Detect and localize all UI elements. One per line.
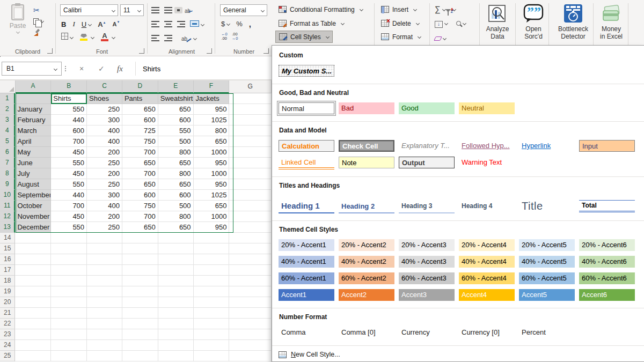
cell-E6[interactable]: 800	[158, 147, 194, 158]
cell-A3[interactable]: February	[15, 115, 51, 125]
cell-F21[interactable]	[194, 308, 230, 319]
decrease-font-button[interactable]: A▼	[112, 21, 120, 27]
paste-button[interactable]: Paste	[5, 4, 30, 44]
cell-style-heading-4[interactable]: Heading 4	[459, 202, 515, 213]
cell-style-comma-0[interactable]: Comma [0]	[339, 327, 394, 338]
decrease-indent-icon[interactable]	[151, 35, 159, 41]
cell-E25[interactable]	[158, 351, 194, 361]
cell-E7[interactable]: 650	[158, 158, 194, 168]
font-color-button[interactable]: A	[101, 33, 108, 41]
cell-style-heading-3[interactable]: Heading 3	[399, 202, 455, 213]
cell-F5[interactable]: 650	[194, 136, 230, 147]
row-header-14[interactable]: 14	[0, 233, 15, 243]
cell-B14[interactable]	[51, 233, 87, 243]
cell-A14[interactable]	[15, 233, 51, 243]
cell-D10[interactable]: 600	[122, 190, 158, 201]
cell-E13[interactable]: 650	[158, 222, 194, 233]
cell-style-heading-2[interactable]: Heading 2	[339, 202, 394, 213]
delete-button[interactable]: Delete	[378, 17, 422, 29]
row-header-23[interactable]: 23	[0, 329, 15, 340]
row-header-10[interactable]: 10	[0, 190, 15, 201]
cell-C5[interactable]: 400	[87, 136, 122, 147]
cell-style-heading-1[interactable]: Heading 1	[279, 201, 334, 213]
cell-B7[interactable]: 550	[51, 158, 87, 168]
cell-D1[interactable]: Pants	[122, 93, 158, 104]
cell-F3[interactable]: 1025	[194, 115, 230, 125]
cut-icon[interactable]: ✂	[33, 6, 40, 14]
cell-D12[interactable]: 700	[122, 211, 158, 222]
cell-F20[interactable]	[194, 297, 230, 308]
cell-B11[interactable]: 700	[51, 201, 87, 211]
cell-style-20-accent4[interactable]: 20% - Accent4	[459, 239, 515, 251]
formula-bar-grip[interactable]	[65, 65, 66, 72]
cell-E2[interactable]: 650	[158, 104, 194, 115]
cell-E23[interactable]	[158, 329, 194, 340]
format-button[interactable]: Format	[378, 31, 424, 43]
cell-C10[interactable]: 300	[87, 190, 122, 201]
cell-style-accent6[interactable]: Accent6	[579, 289, 635, 301]
percent-style-button[interactable]: %	[236, 20, 243, 28]
cell-style-20-accent2[interactable]: 20% - Accent2	[339, 239, 394, 251]
cell-A5[interactable]: April	[15, 136, 51, 147]
cell-F8[interactable]: 1000	[194, 168, 230, 179]
row-header-17[interactable]: 17	[0, 265, 15, 276]
align-bottom-icon[interactable]	[174, 7, 182, 13]
column-header-G[interactable]: G	[229, 80, 272, 93]
wrap-text-icon[interactable]: ab↩	[185, 5, 193, 15]
cell-A25[interactable]	[15, 351, 51, 361]
clear-button[interactable]	[435, 33, 446, 43]
cell-F4[interactable]: 800	[194, 125, 230, 136]
cell-style-followed-hyp[interactable]: Followed Hyp...	[459, 140, 515, 152]
row-header-6[interactable]: 6	[0, 147, 15, 158]
cell-G24[interactable]	[229, 340, 272, 351]
cell-C22[interactable]	[87, 319, 122, 329]
new-cell-style-item[interactable]: New Cell Style...	[272, 345, 644, 358]
cell-style-bad[interactable]: Bad	[339, 102, 394, 114]
cell-C11[interactable]: 400	[87, 201, 122, 211]
cell-style-60-accent3[interactable]: 60% - Accent3	[399, 272, 455, 284]
row-header-8[interactable]: 8	[0, 168, 15, 179]
align-top-icon[interactable]	[151, 7, 159, 13]
cell-D6[interactable]: 700	[122, 147, 158, 158]
cell-A9[interactable]: August	[15, 179, 51, 190]
font-name-combo[interactable]: Calibri	[60, 4, 118, 16]
cell-E9[interactable]: 650	[158, 179, 194, 190]
row-header-5[interactable]: 5	[0, 136, 15, 147]
select-all-corner[interactable]	[0, 80, 16, 93]
cell-C3[interactable]: 300	[87, 115, 122, 125]
cell-G10[interactable]	[229, 190, 272, 201]
insert-function-icon[interactable]: fx	[117, 62, 123, 76]
cell-E5[interactable]: 500	[158, 136, 194, 147]
row-header-12[interactable]: 12	[0, 211, 15, 222]
cell-C24[interactable]	[87, 340, 122, 351]
cell-C12[interactable]: 200	[87, 211, 122, 222]
cell-style-accent3[interactable]: Accent3	[399, 289, 455, 301]
row-header-22[interactable]: 22	[0, 319, 15, 329]
cell-A8[interactable]: July	[15, 168, 51, 179]
cell-F23[interactable]	[194, 329, 230, 340]
cell-style-40-accent3[interactable]: 40% - Accent3	[399, 256, 455, 268]
cell-G23[interactable]	[229, 329, 272, 340]
row-header-9[interactable]: 9	[0, 179, 15, 190]
cell-C2[interactable]: 250	[87, 104, 122, 115]
insert-button[interactable]: Insert	[378, 3, 420, 16]
cell-style-normal[interactable]: Normal	[279, 102, 334, 114]
cell-style-warning-text[interactable]: Warning Text	[459, 157, 515, 168]
cell-D23[interactable]	[122, 329, 158, 340]
cell-D4[interactable]: 725	[122, 125, 158, 136]
open-sorcd-button[interactable]: ”” Open Sorc'd	[517, 3, 550, 40]
cell-E19[interactable]	[158, 286, 194, 297]
cell-G22[interactable]	[229, 319, 272, 329]
cell-G11[interactable]	[229, 201, 272, 211]
borders-button[interactable]	[61, 33, 73, 41]
cell-C16[interactable]	[87, 254, 122, 265]
cell-styles-button[interactable]: Cell Styles	[275, 31, 333, 43]
cell-G2[interactable]	[229, 104, 272, 115]
cell-E21[interactable]	[158, 308, 194, 319]
cell-G19[interactable]	[229, 286, 272, 297]
cell-C20[interactable]	[87, 297, 122, 308]
cell-style-title[interactable]: Title	[519, 199, 575, 213]
name-box[interactable]: B1	[2, 62, 62, 76]
conditional-formatting-button[interactable]: Conditional Formatting	[275, 3, 366, 16]
cell-C19[interactable]	[87, 286, 122, 297]
